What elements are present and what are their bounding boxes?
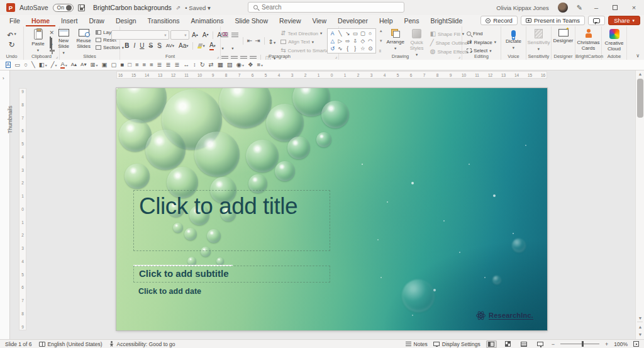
tab-review[interactable]: Review bbox=[274, 16, 306, 26]
user-name[interactable]: Olivia Kippax Jones bbox=[496, 4, 548, 11]
shrink-font[interactable]: A▾ bbox=[79, 60, 88, 70]
collapse-ribbon-icon[interactable]: ∨ bbox=[636, 53, 640, 59]
display-settings-button[interactable]: Display Settings bbox=[433, 341, 480, 347]
dialog-launcher-icon[interactable]: ⌟ bbox=[335, 54, 337, 59]
format-painter[interactable]: ❖ bbox=[246, 60, 255, 70]
change-case-button[interactable]: Aa▾ bbox=[177, 42, 191, 50]
expand-thumbnails-icon[interactable]: › bbox=[3, 76, 4, 81]
size-and-position[interactable]: ⊞▾ bbox=[89, 60, 99, 70]
insert-text-box[interactable]: A bbox=[4, 60, 13, 70]
shape-icon[interactable]: ↘ bbox=[344, 30, 352, 36]
notes-button[interactable]: Notes bbox=[406, 341, 428, 347]
new-slide-button[interactable]: New Slide ▾ bbox=[54, 28, 73, 56]
share-button[interactable]: Share▾ bbox=[608, 16, 640, 25]
avatar[interactable] bbox=[558, 3, 568, 13]
scroll-up-icon[interactable]: ▲ bbox=[636, 72, 644, 76]
gallery-up-icon[interactable]: ▲ bbox=[379, 29, 383, 33]
shape-icon[interactable]: ▭ bbox=[352, 30, 359, 36]
slide-counter[interactable]: Slide 1 of 6 bbox=[5, 341, 32, 347]
zoom-level[interactable]: 100% bbox=[614, 341, 628, 347]
gallery-down-icon[interactable]: ▼ bbox=[379, 39, 383, 43]
align-top-objects[interactable]: ≣ bbox=[155, 60, 164, 70]
scrollbar-thumb[interactable] bbox=[637, 79, 643, 118]
shape-outline[interactable]: ╱▾ bbox=[49, 60, 58, 70]
shape-fill[interactable]: ◧▾ bbox=[37, 60, 48, 70]
insert-rectangle[interactable]: ▭ bbox=[13, 60, 22, 70]
shape-icon[interactable]: ☆ bbox=[359, 45, 367, 52]
tab-home[interactable]: Home bbox=[26, 16, 55, 26]
dictate-button[interactable]: Dictate ▾ bbox=[504, 28, 523, 51]
save-icon[interactable] bbox=[78, 4, 85, 11]
numbering-button[interactable]: ▾ bbox=[231, 30, 239, 52]
gallery-more-icon[interactable]: ≡ bbox=[379, 49, 383, 53]
tab-insert[interactable]: Insert bbox=[55, 16, 83, 26]
date-placeholder[interactable]: Click to add date bbox=[138, 287, 201, 296]
pen-mode-icon[interactable]: ✎ bbox=[577, 4, 582, 12]
align-center-objects[interactable]: ≡ bbox=[141, 60, 148, 70]
shape-icon[interactable]: ◠ bbox=[367, 38, 374, 44]
tab-help[interactable]: Help bbox=[374, 16, 399, 26]
shape-icon[interactable]: △ bbox=[329, 38, 336, 44]
tab-brightslide[interactable]: BrightSlide bbox=[425, 16, 468, 26]
sensitivity-button[interactable]: Sensitivity ▾ bbox=[528, 28, 550, 52]
shape-icon[interactable]: A bbox=[329, 30, 336, 36]
zoom-slider-thumb[interactable] bbox=[582, 341, 584, 347]
slide-sorter-view-button[interactable] bbox=[502, 340, 513, 348]
shrink-font-button[interactable]: A▾ bbox=[201, 31, 210, 39]
creative-cloud-button[interactable]: Creative Cloud bbox=[603, 28, 625, 52]
paste-button[interactable]: Paste ▾ bbox=[29, 28, 48, 53]
find-button[interactable]: Find bbox=[465, 30, 497, 37]
undo-button[interactable]: ↶▾ bbox=[7, 31, 16, 40]
close-button[interactable]: × bbox=[629, 4, 639, 11]
shape-icon[interactable]: ○ bbox=[367, 30, 374, 36]
dialog-launcher-icon[interactable]: ⌟ bbox=[458, 54, 460, 59]
powerpoint-app-icon[interactable]: P bbox=[6, 3, 15, 12]
grow-font-button[interactable]: A▴ bbox=[191, 31, 200, 39]
zoom-slider[interactable] bbox=[560, 344, 599, 344]
redo-button[interactable]: ↻ bbox=[8, 41, 14, 49]
bold-button[interactable]: B bbox=[123, 42, 131, 50]
tab-design[interactable]: Design bbox=[110, 16, 142, 26]
dialog-launcher-icon[interactable]: ⌟ bbox=[217, 54, 219, 59]
font-name-combobox[interactable]: ▾ bbox=[111, 30, 169, 40]
minimize-button[interactable]: – bbox=[591, 4, 601, 11]
scroll-down-icon[interactable]: ▼ bbox=[636, 316, 644, 320]
slideshow-view-button[interactable] bbox=[535, 340, 546, 348]
shape-icon[interactable]: ╲ bbox=[336, 30, 344, 36]
tab-transitions[interactable]: Transitions bbox=[142, 16, 186, 26]
zoom-out-button[interactable]: − bbox=[552, 341, 555, 347]
search-input[interactable]: Search bbox=[248, 2, 404, 13]
send-backward[interactable]: ▢ bbox=[109, 60, 118, 70]
present-in-teams-button[interactable]: Present in Teams bbox=[521, 16, 585, 25]
tab-draw[interactable]: Draw bbox=[83, 16, 110, 26]
autosave-toggle[interactable]: On bbox=[53, 4, 74, 12]
shape-icon[interactable]: ⊙ bbox=[367, 45, 374, 52]
tab-animations[interactable]: Animations bbox=[186, 16, 230, 26]
replace-button[interactable]: ⇄Replace▾ bbox=[465, 38, 497, 46]
bring-to-front[interactable]: ■ bbox=[119, 60, 126, 70]
text-highlight-button[interactable]: ▾ bbox=[196, 43, 206, 48]
font-color[interactable]: A▾ bbox=[59, 60, 69, 70]
align-bottom-objects[interactable]: ≣ bbox=[173, 60, 181, 70]
ungroup-objects[interactable]: ▧ bbox=[225, 60, 234, 70]
record-button[interactable]: Record bbox=[480, 16, 518, 25]
align-middle-objects[interactable]: ≣ bbox=[164, 60, 172, 70]
text-shadow-button[interactable]: S bbox=[156, 42, 164, 50]
fit-slide-to-window-icon[interactable] bbox=[633, 341, 639, 347]
send-to-back[interactable]: □ bbox=[126, 60, 133, 70]
merge-shapes[interactable]: ◉▾ bbox=[235, 60, 245, 70]
next-slide-icon[interactable]: ▼ bbox=[636, 332, 644, 337]
comments-button[interactable] bbox=[588, 16, 605, 25]
slide-logo[interactable]: ResearchInc. bbox=[476, 311, 533, 320]
toolbar-overflow[interactable]: ≡▾ bbox=[255, 60, 265, 70]
reading-view-button[interactable] bbox=[519, 340, 530, 348]
christmas-cards-button[interactable]: Christmas Cards bbox=[577, 28, 600, 52]
underline-button[interactable]: U bbox=[138, 42, 146, 50]
tab-slide-show[interactable]: Slide Show bbox=[230, 16, 274, 26]
italic-button[interactable]: I bbox=[132, 42, 137, 50]
align-left-objects[interactable]: ≡ bbox=[133, 60, 140, 70]
decrease-indent-icon[interactable]: ⇤ bbox=[247, 38, 252, 44]
bullets-button[interactable]: ▾ bbox=[221, 30, 229, 52]
title-placeholder[interactable]: Click to add title bbox=[133, 190, 330, 251]
font-color-button[interactable]: A▾ bbox=[208, 42, 217, 50]
